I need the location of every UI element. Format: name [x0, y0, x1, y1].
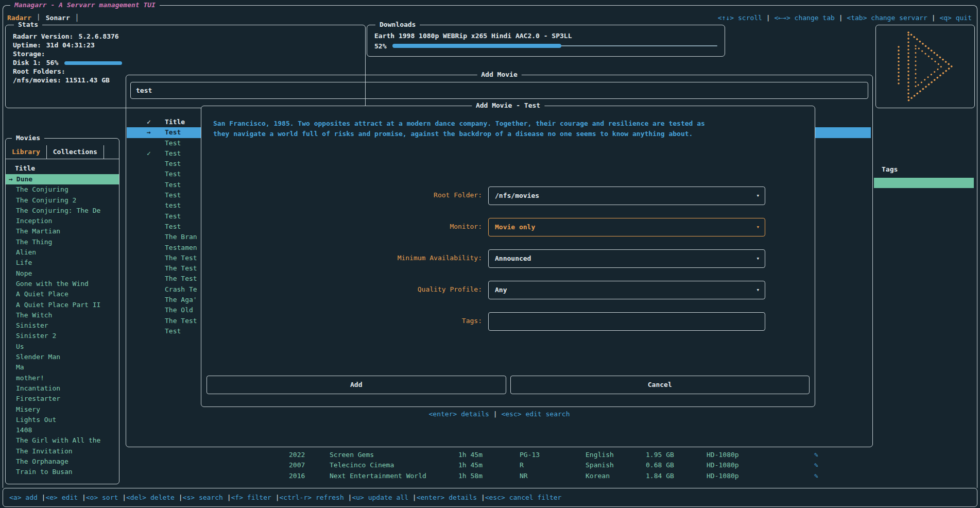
movie-list-item[interactable]: →Firestarter: [6, 394, 119, 404]
root-folder-value: /nfs/movies: 11511.43 GB: [13, 76, 110, 84]
disk-label: Disk 1:: [13, 59, 41, 66]
minimum-availability-label: Minimum Availability:: [201, 254, 482, 262]
download-percent: 52%: [374, 42, 386, 50]
movie-list-item[interactable]: →The Invitation: [6, 446, 119, 456]
tags-label: Tags:: [201, 317, 482, 325]
logo-panel: [875, 25, 975, 108]
key-hint: <tab> change servarr: [847, 14, 939, 22]
tab-library[interactable]: Library: [6, 145, 47, 159]
movie-list-item[interactable]: →Slender Man: [6, 352, 119, 362]
tab-sonarr[interactable]: Sonarr: [46, 14, 70, 22]
movie-list-item[interactable]: →Alien: [6, 247, 119, 258]
table-row[interactable]: 2007 Telecinco Cinema 1h 45m R Spanish 0…: [126, 460, 975, 470]
search-box: [130, 82, 868, 99]
tags-input[interactable]: [489, 313, 765, 330]
movies-tab-bar: Library Collections: [6, 145, 119, 159]
quality-profile-row: Quality Profile: Any ▾: [201, 281, 815, 299]
minimum-availability-select[interactable]: Announced ▾: [488, 249, 765, 268]
movie-list-item[interactable]: →Life: [6, 258, 119, 268]
edit-icon: ✎: [814, 460, 818, 470]
downloads-panel: Downloads Earth 1998 1080p WEBRip x265 H…: [367, 25, 725, 57]
movie-list-item[interactable]: →Train to Busan: [6, 467, 119, 477]
title-column-header: Title: [165, 117, 185, 127]
check-icon: ✓: [147, 149, 151, 157]
add-button[interactable]: Add: [207, 376, 506, 394]
movie-list-item[interactable]: →The Orphanage: [6, 456, 119, 467]
movie-list-item[interactable]: →The Conjuring 2: [6, 195, 119, 206]
root-folder-label: Root Folder:: [201, 191, 482, 199]
quality-profile-label: Quality Profile:: [201, 285, 482, 293]
key-hint: <ctrl-r> refresh: [279, 494, 352, 501]
managarr-logo-icon: [894, 28, 957, 105]
uptime-label: Uptime:: [13, 41, 41, 49]
download-item[interactable]: Earth 1998 1080p WEBRip x265 Hindi AAC2.…: [374, 31, 717, 41]
tags-field: [488, 312, 765, 331]
add-movie-keybindings: <enter> details<esc> edit search: [126, 410, 872, 418]
tab-divider: │: [75, 14, 79, 22]
movie-list-item[interactable]: →Dune: [6, 174, 119, 184]
root-folder-select[interactable]: /nfs/movies ▾: [488, 187, 765, 205]
movie-list-item[interactable]: →Us: [6, 342, 119, 352]
key-hint: <del> delete: [126, 494, 183, 501]
monitor-label: Monitor:: [201, 223, 482, 230]
downloads-title: Downloads: [375, 21, 420, 28]
modal-buttons: Add Cancel: [207, 376, 810, 394]
chevron-down-icon: ▾: [756, 187, 760, 205]
top-keybindings: <↑↓> scroll<←→> change tab<tab> change s…: [718, 14, 972, 22]
monitor-row: Monitor: Movie only ▾: [201, 218, 815, 236]
tags-row: Tags:: [201, 312, 815, 331]
movie-list-item[interactable]: →Lights Out: [6, 415, 119, 425]
movie-list-item[interactable]: →1408: [6, 425, 119, 435]
root-folders-label: Root Folders:: [13, 67, 65, 75]
movie-list-item[interactable]: →A Quiet Place Part II: [6, 300, 119, 310]
search-input[interactable]: [131, 82, 868, 98]
key-hint: <enter> details: [417, 494, 485, 501]
movie-list-item[interactable]: →Ma: [6, 362, 119, 372]
movie-list-item[interactable]: →Misery: [6, 404, 119, 415]
movie-list-item[interactable]: →Sinister 2: [6, 331, 119, 341]
disk-progress-bar: [64, 61, 122, 65]
movie-list-item[interactable]: →mother!: [6, 373, 119, 383]
version-label: Radarr Version:: [13, 32, 73, 40]
key-hint: <s> search: [183, 494, 231, 501]
key-hint: <o> sort: [86, 494, 126, 501]
disk-percent: 56%: [46, 59, 58, 66]
movie-list-item[interactable]: →The Thing: [6, 237, 119, 247]
library-table-rows: 2022 Screen Gems 1h 45m PG-13 English 1.…: [126, 450, 975, 481]
root-folder-row: Root Folder: /nfs/movies ▾: [201, 187, 815, 205]
cancel-button[interactable]: Cancel: [510, 376, 810, 394]
movie-list-item[interactable]: →Sinister: [6, 320, 119, 331]
table-row[interactable]: 2016 Next Entertainment World 1h 58m NR …: [126, 471, 975, 481]
key-hint: <esc> edit search: [501, 410, 570, 418]
selection-arrow-icon: →: [9, 175, 13, 183]
movie-list-item[interactable]: →The Martian: [6, 226, 119, 236]
version-value: 5.2.6.8376: [78, 32, 118, 40]
movie-list-item[interactable]: →The Conjuring: The De: [6, 206, 119, 216]
tags-column-header: Tags: [882, 165, 898, 173]
table-row[interactable]: 2022 Screen Gems 1h 45m PG-13 English 1.…: [126, 450, 975, 460]
quality-profile-select[interactable]: Any ▾: [488, 281, 765, 299]
add-movie-modal: Add Movie - Test San Francisco, 1985. Tw…: [201, 106, 815, 407]
key-hint: <a> add: [9, 494, 45, 501]
movie-list-item[interactable]: →The Girl with All the: [6, 435, 119, 446]
key-hint: <esc> cancel filter: [485, 494, 562, 501]
movies-title: Movies: [12, 134, 44, 142]
modal-title: Add Movie - Test: [472, 101, 544, 109]
movie-list-item[interactable]: →The Conjuring: [6, 184, 119, 195]
movie-list-item[interactable]: →Nope: [6, 268, 119, 279]
monitor-select[interactable]: Movie only ▾: [488, 218, 765, 236]
movie-list: →Dune→The Conjuring→The Conjuring 2→The …: [6, 174, 119, 478]
movie-list-item[interactable]: →The Witch: [6, 310, 119, 320]
managarr-app: Managarr - A Servarr management TUI Rada…: [0, 0, 980, 508]
title-column-header: Title: [6, 164, 119, 172]
key-hint: <↑↓> scroll: [718, 14, 775, 22]
key-hint: <enter> details: [429, 410, 502, 418]
movie-list-item[interactable]: →Gone with the Wind: [6, 279, 119, 289]
edit-icon: ✎: [814, 471, 818, 481]
tab-collections[interactable]: Collections: [47, 145, 104, 159]
add-movie-form: Root Folder: /nfs/movies ▾ Monitor: Movi…: [201, 106, 815, 407]
in-library-column-header: ✓: [147, 117, 165, 127]
movie-list-item[interactable]: →Inception: [6, 216, 119, 226]
movie-list-item[interactable]: →Incantation: [6, 383, 119, 394]
movie-list-item[interactable]: →A Quiet Place: [6, 289, 119, 299]
